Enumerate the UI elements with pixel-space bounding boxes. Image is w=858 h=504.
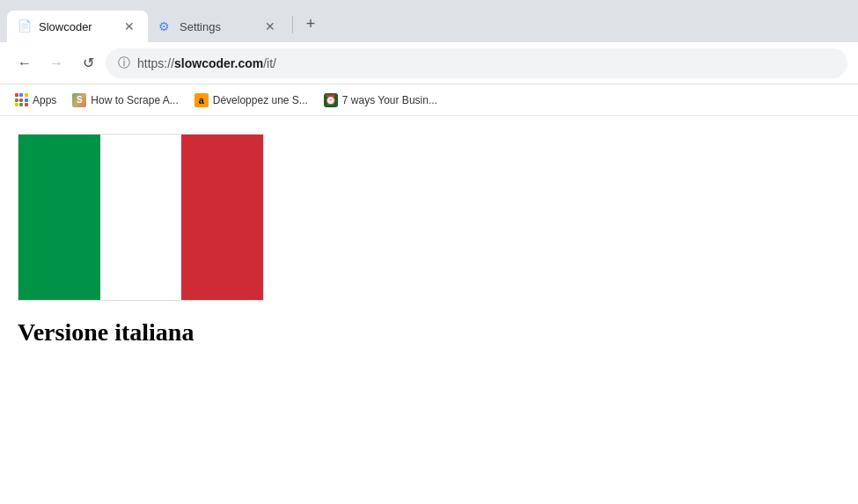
bookmark-scrape-label: How to Scrape A... bbox=[91, 94, 178, 106]
url-host: slowcoder.com bbox=[174, 56, 263, 70]
doc-favicon-icon: 📄 bbox=[18, 19, 32, 33]
bookmark-apps-label: Apps bbox=[33, 94, 56, 106]
tab-slowcoder-close[interactable]: ✕ bbox=[121, 18, 137, 34]
bookmark-7ways-label: 7 ways Your Busin... bbox=[342, 94, 437, 106]
address-bar[interactable]: ⓘ https://slowcoder.com/it/ bbox=[106, 48, 847, 78]
back-arrow-icon: ← bbox=[18, 55, 32, 71]
tab-slowcoder-title: Slowcoder bbox=[39, 20, 114, 33]
tab-separator bbox=[292, 16, 293, 33]
bookmarks-bar: Apps S How to Scrape A... a Développez u… bbox=[0, 84, 858, 116]
gear-favicon-icon: ⚙ bbox=[158, 19, 172, 33]
flag-white-stripe bbox=[100, 135, 182, 300]
url-path: /it/ bbox=[263, 56, 276, 70]
flag-green-stripe bbox=[18, 135, 100, 300]
nav-bar: ← → ↺ ⓘ https://slowcoder.com/it/ bbox=[0, 42, 858, 84]
tab-settings[interactable]: ⚙ Settings ✕ bbox=[148, 11, 289, 42]
clock-favicon-icon: ⏰ bbox=[324, 93, 338, 107]
tab-settings-close[interactable]: ✕ bbox=[262, 18, 278, 34]
bookmark-amazon-label: Développez une S... bbox=[213, 94, 308, 106]
italian-flag bbox=[18, 134, 264, 301]
apps-grid-icon bbox=[14, 93, 28, 107]
scrape-favicon-icon: S bbox=[72, 93, 86, 107]
back-button[interactable]: ← bbox=[11, 49, 39, 77]
page-content: Versione italiana bbox=[0, 116, 858, 504]
bookmark-amazon[interactable]: a Développez une S... bbox=[187, 90, 315, 111]
tab-bar: 📄 Slowcoder ✕ ⚙ Settings ✕ + bbox=[0, 0, 858, 42]
amazon-favicon-icon: a bbox=[194, 93, 209, 107]
info-icon: ⓘ bbox=[118, 55, 130, 71]
tab-slowcoder[interactable]: 📄 Slowcoder ✕ bbox=[7, 11, 148, 42]
new-tab-button[interactable]: + bbox=[297, 10, 325, 38]
bookmark-scrape[interactable]: S How to Scrape A... bbox=[65, 90, 185, 111]
url-protocol: https:// bbox=[137, 56, 174, 70]
page-heading: Versione italiana bbox=[18, 318, 840, 347]
forward-button[interactable]: → bbox=[42, 49, 70, 77]
flag-red-stripe bbox=[181, 135, 263, 300]
forward-arrow-icon: → bbox=[49, 55, 63, 71]
url-display: https://slowcoder.com/it/ bbox=[137, 56, 276, 70]
reload-icon: ↺ bbox=[83, 55, 94, 71]
bookmark-7ways[interactable]: ⏰ 7 ways Your Busin... bbox=[317, 90, 444, 111]
bookmark-apps[interactable]: Apps bbox=[7, 90, 63, 111]
tab-settings-title: Settings bbox=[180, 20, 255, 33]
reload-button[interactable]: ↺ bbox=[74, 49, 102, 77]
